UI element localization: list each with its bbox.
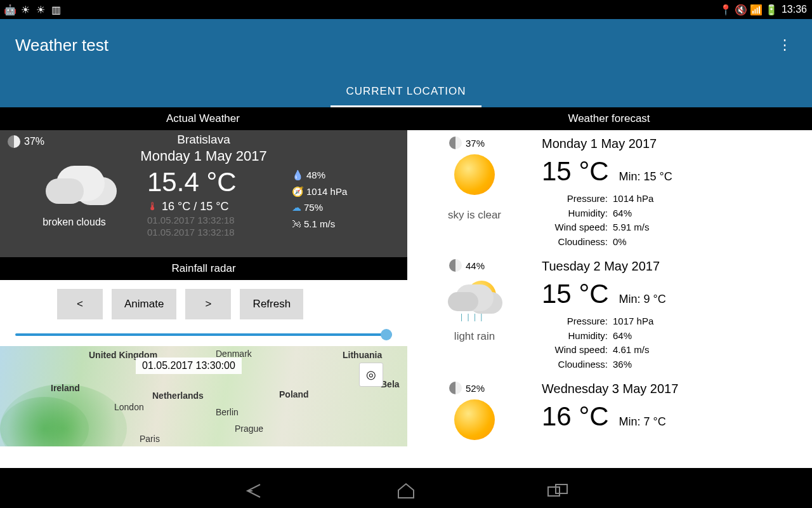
cloud-icon — [292, 202, 301, 213]
fc-wind-lbl: Wind speed: — [542, 343, 608, 358]
pressure-value: 1014 hPa — [306, 186, 347, 197]
temp-range: 16 °C / 15 °C — [162, 200, 228, 213]
radar-controls: < Animate > Refresh — [0, 280, 407, 328]
wind-icon — [292, 218, 301, 229]
moon-phase-icon — [449, 382, 462, 394]
moon-phase-pct: 37% — [24, 136, 44, 147]
fc-temp: 15 °C — [542, 279, 609, 309]
left-column: 37% Bratislava Monday 1 May 2017 broken … — [0, 130, 407, 468]
humidity-icon — [292, 170, 304, 180]
radar-slider[interactable] — [15, 333, 392, 336]
thermometer-icon: 🌡 — [147, 200, 159, 213]
condition-label: broken clouds — [20, 217, 128, 228]
fc-cloud-lbl: Cloudiness: — [542, 358, 608, 372]
nav-recent-button[interactable] — [546, 478, 571, 504]
fc-wind: 5.91 m/s — [613, 220, 650, 235]
fc-date: Wednesday 3 May 2017 — [542, 382, 808, 396]
map-label-nl: Netherlands — [152, 391, 204, 401]
fc-humidity: 64% — [613, 206, 632, 221]
brightness-icon-2: ☀ — [36, 4, 46, 15]
forecast-list[interactable]: 37% sky is clear Monday 1 May 2017 15 °C… — [407, 130, 812, 468]
fc-temp: 15 °C — [542, 156, 609, 187]
radar-map[interactable]: United Kingdom Ireland Denmark Lithuania… — [0, 346, 407, 446]
status-time: 13:36 — [782, 4, 807, 15]
rain-cloud-icon: | | | | — [443, 276, 506, 326]
status-left: 🤖 ☀ ☀ ▥ — [5, 4, 61, 15]
radar-animate-button[interactable]: Animate — [112, 289, 176, 319]
moon-phase-icon — [449, 259, 462, 272]
android-icon: 🤖 — [5, 4, 15, 15]
map-label-bela: Bela — [381, 379, 400, 389]
svg-rect-0 — [548, 487, 560, 496]
fc-temp-min: Min: 15 °C — [619, 170, 672, 184]
fc-pressure-lbl: Pressure: — [542, 314, 608, 329]
nav-home-button[interactable] — [393, 478, 419, 504]
bars-icon: ▥ — [51, 4, 61, 15]
current-date: Monday 1 May 2017 — [8, 148, 400, 164]
status-bar: 🤖 ☀ ☀ ▥ 📍 🔇 📶 🔋 13:36 — [0, 0, 812, 19]
radar-prev-button[interactable]: < — [57, 289, 103, 319]
fc-moon-pct: 37% — [466, 138, 485, 149]
map-locate-button[interactable]: ◎ — [359, 363, 383, 387]
fc-cloud: 36% — [613, 358, 632, 372]
fc-condition: light rain — [411, 330, 538, 343]
weather-cloud-icon — [39, 167, 109, 205]
radar-refresh-button[interactable]: Refresh — [240, 289, 303, 319]
fc-humidity-lbl: Humidity: — [542, 329, 608, 344]
timestamp-1: 01.05.2017 13:32:18 — [147, 215, 292, 225]
slider-thumb[interactable] — [381, 329, 392, 340]
more-options-button[interactable]: ⋮ — [773, 32, 797, 58]
radar-header: Rainfall radar — [0, 257, 407, 280]
wind-value: 5.1 m/s — [304, 218, 335, 229]
actual-weather-panel: 37% Bratislava Monday 1 May 2017 broken … — [0, 130, 407, 257]
fc-temp: 16 °C — [542, 401, 609, 432]
fc-moon-pct: 52% — [466, 383, 485, 394]
brightness-icon: ☀ — [20, 4, 30, 15]
nav-back-button[interactable] — [241, 478, 266, 504]
header-actual-weather: Actual Weather — [0, 107, 406, 130]
fc-wind: 4.61 m/s — [613, 343, 650, 358]
fc-pressure: 1017 hPa — [613, 314, 653, 329]
wifi-icon: 📶 — [751, 4, 761, 15]
pressure-icon — [292, 186, 304, 197]
map-label-lithuania: Lithuania — [343, 350, 382, 360]
forecast-item: 44% | | | | light rain Tuesday 2 May 201… — [407, 253, 812, 375]
fc-cloud: 0% — [613, 235, 627, 250]
sun-icon — [454, 154, 495, 195]
city-name: Bratislava — [8, 133, 400, 147]
content: 37% Bratislava Monday 1 May 2017 broken … — [0, 130, 812, 468]
map-label-paris: Paris — [140, 434, 160, 444]
fc-condition: sky is clear — [411, 209, 538, 222]
fc-date: Monday 1 May 2017 — [542, 137, 808, 151]
app-title: Weather test — [15, 36, 108, 55]
moon-phase-icon — [449, 137, 462, 149]
mute-icon: 🔇 — [736, 4, 746, 15]
battery-icon: 🔋 — [766, 4, 776, 15]
section-headers: Actual Weather Weather forecast — [0, 107, 812, 130]
location-icon: 📍 — [721, 4, 731, 15]
fc-temp-min: Min: 7 °C — [619, 415, 666, 429]
tab-bar: CURRENT LOCATION — [0, 77, 812, 107]
fc-humidity-lbl: Humidity: — [542, 206, 608, 221]
radar-next-button[interactable]: > — [185, 289, 231, 319]
fc-pressure: 1014 hPa — [613, 192, 653, 206]
tab-current-location[interactable]: CURRENT LOCATION — [331, 77, 481, 107]
map-timestamp: 01.05.2017 13:30:00 — [136, 358, 242, 374]
map-label-poland: Poland — [279, 389, 309, 399]
timestamp-2: 01.05.2017 13:32:18 — [147, 227, 292, 237]
forecast-item: 37% sky is clear Monday 1 May 2017 15 °C… — [407, 130, 812, 253]
map-label-berlin: Berlin — [216, 407, 239, 417]
humidity-value: 48% — [306, 170, 325, 180]
fc-moon-pct: 44% — [466, 260, 485, 271]
status-right: 📍 🔇 📶 🔋 13:36 — [721, 4, 807, 15]
cloudiness-value: 75% — [304, 202, 323, 213]
fc-pressure-lbl: Pressure: — [542, 192, 608, 206]
android-nav-bar — [0, 474, 812, 508]
fc-date: Tuesday 2 May 2017 — [542, 259, 808, 274]
map-label-london: London — [114, 402, 144, 412]
app-header: Weather test ⋮ CURRENT LOCATION — [0, 19, 812, 107]
sun-icon — [454, 399, 495, 440]
fc-humidity: 64% — [613, 329, 632, 344]
map-label-prague: Prague — [235, 424, 263, 434]
fc-temp-min: Min: 9 °C — [619, 293, 666, 306]
